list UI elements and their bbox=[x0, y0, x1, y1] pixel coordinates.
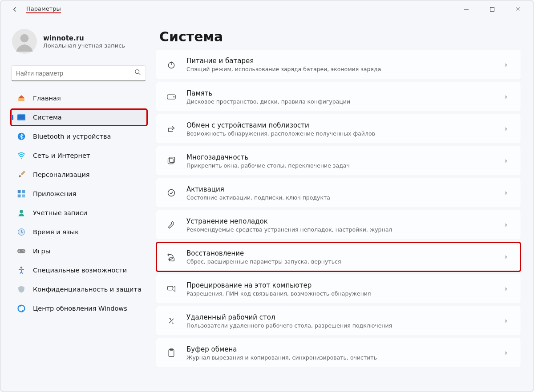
account-subtitle: Локальная учетная запись bbox=[43, 42, 125, 49]
svg-point-19 bbox=[23, 250, 24, 251]
sidebar-item-label: Время и язык bbox=[33, 228, 79, 236]
minimize-button[interactable] bbox=[460, 3, 473, 16]
sidebar-item-home[interactable]: Главная bbox=[10, 89, 148, 107]
item-subtitle: Разрешения, ПИН-код связывания, возможно… bbox=[186, 290, 495, 297]
svg-point-6 bbox=[135, 70, 139, 74]
svg-rect-13 bbox=[22, 190, 25, 193]
chevron-right-icon: › bbox=[505, 93, 513, 101]
search-icon bbox=[134, 69, 141, 77]
chevron-right-icon: › bbox=[505, 157, 513, 165]
item-subtitle: Прикрепить окна, рабочие столы, переключ… bbox=[186, 162, 495, 169]
svg-rect-14 bbox=[18, 195, 21, 198]
home-icon bbox=[17, 94, 26, 103]
item-subtitle: Пользователи удаленного рабочего стола, … bbox=[186, 322, 495, 329]
maximize-icon bbox=[490, 7, 495, 12]
item-title: Восстановление bbox=[186, 249, 495, 257]
power-icon bbox=[166, 60, 177, 70]
minimize-icon bbox=[464, 7, 469, 12]
accessibility-icon bbox=[17, 266, 26, 275]
settings-item-power[interactable]: Питание и батареяСпящий режим, использов… bbox=[156, 50, 521, 80]
close-button[interactable] bbox=[511, 3, 525, 16]
item-title: Буфер обмена bbox=[186, 345, 495, 353]
svg-rect-27 bbox=[168, 159, 174, 164]
gamepad-icon bbox=[17, 247, 26, 256]
sidebar-item-accessibility[interactable]: Специальные возможности bbox=[10, 261, 148, 279]
svg-point-22 bbox=[18, 305, 25, 312]
item-title: Многозадачность bbox=[186, 153, 495, 161]
settings-item-multitask[interactable]: МногозадачностьПрикрепить окна, рабочие … bbox=[156, 146, 521, 176]
system-icon bbox=[17, 113, 26, 122]
sidebar-item-label: Центр обновления Windows bbox=[33, 305, 127, 312]
account-name: winnote.ru bbox=[43, 34, 125, 42]
settings-item-remote[interactable]: Удаленный рабочий столПользователи удале… bbox=[156, 306, 521, 336]
svg-rect-31 bbox=[168, 286, 173, 290]
item-title: Проецирование на этот компьютер bbox=[186, 281, 495, 289]
svg-rect-12 bbox=[18, 190, 21, 193]
sidebar-item-bluetooth[interactable]: Bluetooth и устройства bbox=[10, 128, 148, 145]
sidebar-item-network[interactable]: Сеть и Интернет bbox=[10, 147, 148, 164]
svg-point-16 bbox=[20, 210, 23, 213]
sidebar-item-label: Приложения bbox=[33, 190, 76, 197]
back-button[interactable] bbox=[9, 4, 20, 15]
sidebar-item-system[interactable]: Система bbox=[10, 108, 148, 126]
svg-point-29 bbox=[168, 190, 175, 196]
search-box[interactable] bbox=[11, 65, 146, 81]
wifi-icon bbox=[17, 151, 26, 160]
sidebar-item-accounts[interactable]: Учетные записи bbox=[10, 204, 148, 222]
sidebar-item-label: Система bbox=[33, 114, 62, 121]
settings-item-storage[interactable]: ПамятьДисковое пространство, диски, прав… bbox=[156, 82, 521, 112]
titlebar: Параметры bbox=[0, 0, 534, 18]
svg-rect-9 bbox=[18, 115, 25, 119]
sidebar-item-personalization[interactable]: Персонализация bbox=[10, 166, 148, 184]
recovery-icon bbox=[166, 252, 177, 262]
sidebar-item-update[interactable]: Центр обновления Windows bbox=[10, 300, 148, 317]
chevron-right-icon: › bbox=[505, 125, 513, 133]
chevron-right-icon: › bbox=[505, 189, 513, 197]
brush-icon bbox=[17, 170, 26, 179]
account-block[interactable]: winnote.ru Локальная учетная запись bbox=[10, 29, 152, 54]
search-input[interactable] bbox=[16, 70, 134, 77]
sidebar-item-gaming[interactable]: Игры bbox=[10, 242, 148, 260]
item-title: Устранение неполадок bbox=[186, 217, 495, 225]
chevron-right-icon: › bbox=[505, 221, 513, 229]
svg-point-11 bbox=[21, 158, 22, 159]
avatar bbox=[12, 29, 37, 54]
share-icon bbox=[166, 124, 177, 134]
item-title: Обмен с устройствами поблизости bbox=[186, 121, 495, 129]
svg-point-21 bbox=[20, 267, 23, 269]
sidebar-item-label: Bluetooth и устройства bbox=[33, 133, 111, 140]
person-icon bbox=[12, 29, 37, 54]
maximize-button[interactable] bbox=[485, 3, 499, 16]
svg-line-7 bbox=[138, 73, 140, 75]
svg-point-20 bbox=[24, 251, 24, 252]
item-title: Активация bbox=[186, 185, 495, 193]
sidebar-item-label: Учетные записи bbox=[33, 209, 87, 216]
svg-rect-32 bbox=[169, 350, 174, 357]
accounts-icon bbox=[17, 208, 26, 217]
sidebar-item-label: Персонализация bbox=[33, 171, 90, 178]
settings-item-activation[interactable]: АктивацияСостояние активации, подписки, … bbox=[156, 178, 521, 208]
item-subtitle: Спящий режим, использование заряда батар… bbox=[186, 66, 495, 72]
item-subtitle: Состояние активации, подписки, ключ прод… bbox=[186, 194, 495, 201]
item-subtitle: Дисковое пространство, диски, правила ко… bbox=[186, 98, 495, 105]
window-controls bbox=[460, 3, 528, 16]
wrench-icon bbox=[166, 220, 177, 230]
close-icon bbox=[515, 7, 521, 12]
item-title: Удаленный рабочий стол bbox=[186, 313, 495, 321]
settings-item-recovery[interactable]: ВосстановлениеСброс, расширенные парамет… bbox=[156, 242, 521, 272]
settings-item-nearby[interactable]: Обмен с устройствами поблизостиВозможнос… bbox=[156, 114, 521, 144]
multitask-icon bbox=[166, 156, 177, 166]
settings-item-troubleshoot[interactable]: Устранение неполадокРекомендуемые средст… bbox=[156, 210, 521, 240]
item-title: Питание и батарея bbox=[186, 57, 495, 65]
remote-icon bbox=[166, 316, 177, 326]
settings-item-clipboard[interactable]: Буфер обменаЖурнал вырезания и копирован… bbox=[156, 338, 521, 368]
item-subtitle: Журнал вырезания и копирования, синхрони… bbox=[186, 354, 495, 361]
sidebar-item-time[interactable]: Время и язык bbox=[10, 223, 148, 241]
apps-icon bbox=[17, 189, 26, 198]
sidebar-item-apps[interactable]: Приложения bbox=[10, 185, 148, 203]
project-icon bbox=[166, 284, 177, 294]
sidebar-item-label: Сеть и Интернет bbox=[33, 152, 90, 159]
settings-item-project[interactable]: Проецирование на этот компьютерРазрешени… bbox=[156, 274, 521, 304]
sidebar-item-label: Специальные возможности bbox=[33, 267, 127, 274]
sidebar-item-privacy[interactable]: Конфиденциальность и защита bbox=[10, 280, 148, 298]
